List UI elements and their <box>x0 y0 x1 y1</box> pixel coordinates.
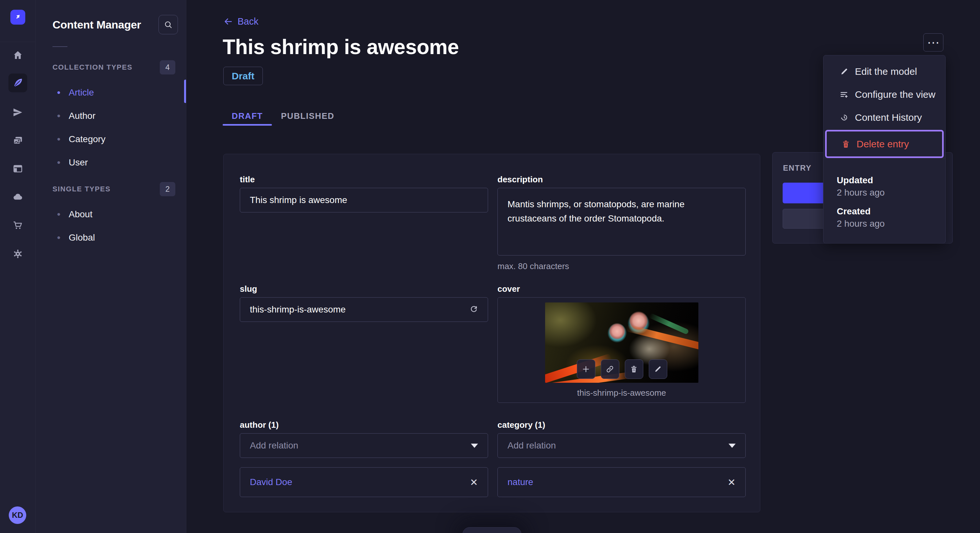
pencil-icon <box>654 365 662 373</box>
back-label: Back <box>237 16 258 27</box>
field-slug: slug <box>240 284 488 420</box>
menu-item-label: Delete entry <box>856 139 909 150</box>
sidebar-item-label: Author <box>69 111 95 121</box>
rail-logo-area <box>0 0 35 42</box>
remove-relation-button[interactable]: ✕ <box>470 477 478 488</box>
content-type-builder-layout-icon[interactable] <box>8 159 27 178</box>
single-types-count-badge: 2 <box>160 182 175 196</box>
sidebar-item-author[interactable]: • Author <box>36 104 186 128</box>
menu-item-label: Content History <box>855 112 922 123</box>
subnav-title: Content Manager <box>52 19 141 31</box>
field-label-description: description <box>498 174 746 185</box>
more-actions-button[interactable]: ⋯ <box>923 33 943 51</box>
search-icon <box>163 20 173 30</box>
description-hint: max. 80 characters <box>498 261 746 271</box>
scroll-to-bottom-pill[interactable] <box>463 527 522 533</box>
page-title: This shrimp is awesome <box>223 35 459 59</box>
active-item-indicator <box>184 80 186 103</box>
bullet-icon: • <box>57 134 61 145</box>
menu-item-edit-the-model[interactable]: Edit the model <box>824 60 945 83</box>
status-badge: Draft <box>223 67 263 85</box>
sidebar-item-label: Category <box>69 134 106 144</box>
tab-draft[interactable]: DRAFT <box>223 106 272 125</box>
bullet-icon: • <box>57 232 61 243</box>
field-label-title: title <box>240 174 488 185</box>
sidebar-item-user[interactable]: • User <box>36 151 186 174</box>
select-placeholder: Add relation <box>508 440 556 451</box>
ellipsis-icon: ⋯ <box>927 38 940 47</box>
author-relation-select[interactable]: Add relation <box>240 433 488 458</box>
menu-item-label: Edit the model <box>855 66 917 77</box>
settings-gear-icon[interactable] <box>8 244 27 263</box>
avatar[interactable]: KD <box>9 506 26 524</box>
nav-rail: KD <box>0 0 36 533</box>
content-manager-subnav: Content Manager COLLECTION TYPES 4 • Art… <box>36 0 186 533</box>
menu-item-content-history[interactable]: Content History <box>824 106 945 129</box>
entry-meta: Updated 2 hours ago Created 2 hours ago <box>824 159 945 229</box>
marketplace-cart-icon[interactable] <box>8 216 27 235</box>
title-input[interactable] <box>240 188 488 213</box>
category-relation-select[interactable]: Add relation <box>498 433 746 458</box>
delete-asset-button[interactable] <box>625 359 643 379</box>
field-category: category (1) Add relation nature ✕ <box>498 420 746 497</box>
collection-types-count-badge: 4 <box>160 60 175 75</box>
tab-published[interactable]: PUBLISHED <box>272 106 344 125</box>
media-library-icon[interactable] <box>8 131 27 150</box>
search-button[interactable] <box>159 15 178 34</box>
sidebar-item-label: Article <box>69 87 94 98</box>
field-title: title <box>240 174 488 284</box>
add-asset-button[interactable] <box>577 359 595 379</box>
sidebar-item-label: Global <box>69 233 95 243</box>
strapi-logo[interactable] <box>10 10 25 25</box>
remove-relation-button[interactable]: ✕ <box>727 477 736 488</box>
entry-actions-menu: Edit the model Configure the view <box>823 55 946 244</box>
pencil-icon <box>839 67 850 76</box>
meta-label-created: Created <box>837 206 932 217</box>
edit-asset-button[interactable] <box>649 359 667 379</box>
menu-item-delete-entry[interactable]: Delete entry <box>825 130 944 158</box>
releases-paper-plane-icon[interactable] <box>8 103 27 122</box>
field-label-cover: cover <box>498 284 746 294</box>
content-manager-feather-icon[interactable] <box>8 73 27 92</box>
deploy-cloud-icon[interactable] <box>8 187 27 206</box>
cover-asset-box: this-shrimp-is-awesome <box>498 297 746 403</box>
relation-link[interactable]: nature <box>508 477 533 487</box>
single-types-header: SINGLE TYPES 2 <box>52 182 175 196</box>
relation-link[interactable]: David Doe <box>250 477 292 487</box>
sidebar-item-category[interactable]: • Category <box>36 128 186 151</box>
category-relation-chip: nature ✕ <box>498 467 746 497</box>
description-textarea[interactable]: Mantis shrimps, or stomatopods, are mari… <box>498 188 746 255</box>
menu-item-configure-the-view[interactable]: Configure the view <box>824 83 945 106</box>
field-description: description Mantis shrimps, or stomatopo… <box>498 174 746 284</box>
copy-link-button[interactable] <box>601 359 619 379</box>
strapi-logo-icon <box>13 13 22 22</box>
back-button[interactable]: Back <box>223 16 258 27</box>
divider <box>52 46 67 47</box>
sidebar-item-article[interactable]: • Article <box>36 81 186 104</box>
version-tabs: DRAFT PUBLISHED <box>223 106 344 125</box>
section-label: SINGLE TYPES <box>52 185 110 194</box>
sidebar-item-label: About <box>69 209 92 219</box>
select-placeholder: Add relation <box>250 440 298 451</box>
collection-types-list: • Article • Author • Category • User <box>36 81 186 174</box>
author-relation-chip: David Doe ✕ <box>240 467 488 497</box>
bullet-icon: • <box>57 209 61 220</box>
regenerate-slug-button[interactable] <box>463 299 484 320</box>
trash-icon <box>630 365 638 373</box>
refresh-icon <box>469 305 479 314</box>
cover-filename: this-shrimp-is-awesome <box>498 388 745 398</box>
chevron-down-icon <box>729 444 736 448</box>
field-cover: cover <box>498 284 746 420</box>
slug-input[interactable] <box>240 297 488 322</box>
sidebar-item-global[interactable]: • Global <box>36 226 186 249</box>
sidebar-item-about[interactable]: • About <box>36 203 186 226</box>
arrow-left-icon <box>223 17 233 27</box>
bullet-icon: • <box>57 110 61 121</box>
cover-image[interactable] <box>545 303 698 383</box>
plus-icon <box>581 365 590 374</box>
field-label-slug: slug <box>240 284 488 294</box>
history-clock-icon <box>839 113 850 122</box>
field-author: author (1) Add relation David Doe ✕ <box>240 420 488 497</box>
home-icon[interactable] <box>8 46 27 65</box>
trash-icon <box>840 140 851 149</box>
